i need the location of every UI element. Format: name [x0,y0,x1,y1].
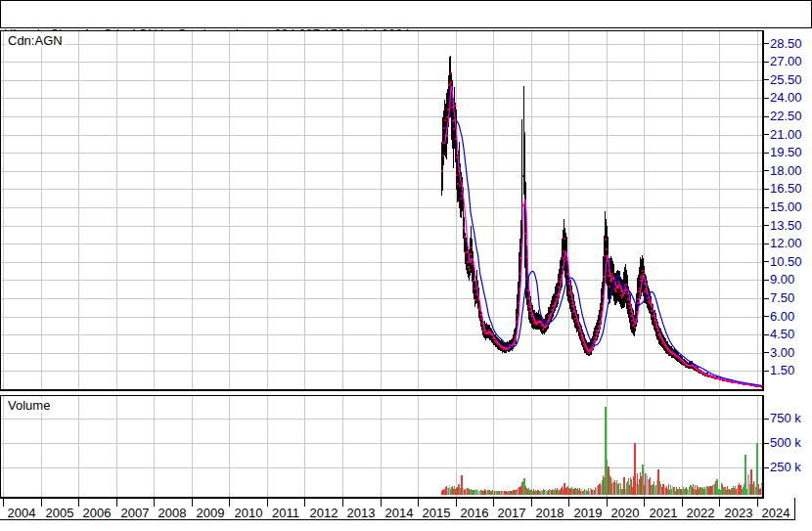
volume-bar [693,484,694,495]
volume-tick-mark [764,467,769,468]
volume-bar [548,490,549,495]
volume-bar [557,488,558,496]
volume-bar [465,489,466,495]
volume-tick-label: 500 k [770,435,801,450]
close-tick [474,288,475,289]
volume-bar [542,491,543,495]
volume-bar [561,488,562,495]
volume-bar [596,488,597,496]
volume-bar [706,487,707,495]
volume-spike-bar [657,469,659,495]
close-tick [449,83,451,85]
volume-bar [579,488,580,495]
volume-bar [479,491,480,495]
price-tick-label: 10.50 [770,254,802,269]
price-tick-mark [764,153,769,154]
volume-bar [578,490,579,495]
volume-bar [576,489,577,495]
price-tick-mark [764,352,769,353]
volume-bar [676,487,677,495]
volume-bar [660,489,661,495]
volume-bar [664,486,665,495]
price-bar [486,323,487,338]
volume-bar [718,489,719,496]
volume-bar [652,485,653,495]
volume-bar [445,487,446,495]
volume-bar [500,491,501,495]
volume-bar [609,475,610,495]
volume-bar [690,489,691,495]
volume-bar [708,487,709,495]
volume-bar [470,490,471,495]
close-tick [644,290,646,292]
volume-bar [455,489,456,495]
close-tick [450,81,452,83]
volume-bar [695,485,696,495]
volume-bar [478,491,479,495]
price-bar [642,255,643,292]
volume-bar [494,491,495,495]
year-label: 2012 [304,506,343,520]
volume-bar [617,485,618,495]
close-tick [625,284,627,286]
volume-bar [580,491,581,495]
volume-bar [471,489,472,495]
volume-bar [448,488,449,495]
price-tick-mark [764,334,769,335]
volume-bar [620,483,621,495]
volume-bar [677,490,678,495]
close-tick [620,294,622,296]
volume-bar [488,490,489,495]
year-label: 2007 [115,506,155,520]
volume-bar [485,490,486,495]
year-label: 2017 [492,506,531,520]
volume-bar [507,492,508,496]
volume-bar [653,484,654,495]
volume-bar [621,489,622,495]
volume-bar [668,484,669,495]
volume-bar [535,490,536,495]
volume-bar [700,487,701,495]
close-tick [631,320,633,322]
volume-bar [551,490,552,495]
volume-bar [458,484,459,495]
volume-bar [547,491,548,495]
close-tick [571,305,573,307]
price-bar [551,300,552,322]
volume-bar [746,489,747,495]
price-bar [494,334,495,346]
volume-bar [691,485,692,495]
close-tick [446,116,448,118]
volume-bar [734,488,735,495]
volume-bar [735,486,736,495]
price-tick-label: 1.50 [770,363,794,377]
price-bar [451,72,452,139]
price-bar [575,306,576,329]
volume-bar [651,485,652,496]
volume-bar [654,481,654,495]
year-label: 2015 [417,506,456,520]
volume-bar [688,490,689,495]
volume-bar [726,490,727,495]
close-tick [578,329,580,331]
year-label: 2008 [153,506,192,520]
volume-bar [525,486,526,495]
close-tick [559,281,561,283]
price-tick-mark [764,261,769,262]
volume-bar [538,490,539,495]
volume-bar [550,490,551,495]
volume-tick-label: 750 k [770,411,801,425]
volume-bar [442,490,443,495]
volume-bar [531,489,532,495]
volume-bar [511,491,512,496]
close-tick [524,233,526,235]
close-tick [443,127,445,129]
volume-bar [575,488,576,495]
volume-bar [562,487,563,495]
volume-bar [685,488,686,495]
volume-bar [626,483,627,495]
close-tick [457,183,459,185]
volume-spike-bar [523,478,525,495]
close-tick [605,239,607,241]
price-tick-label: 25.50 [770,72,802,87]
